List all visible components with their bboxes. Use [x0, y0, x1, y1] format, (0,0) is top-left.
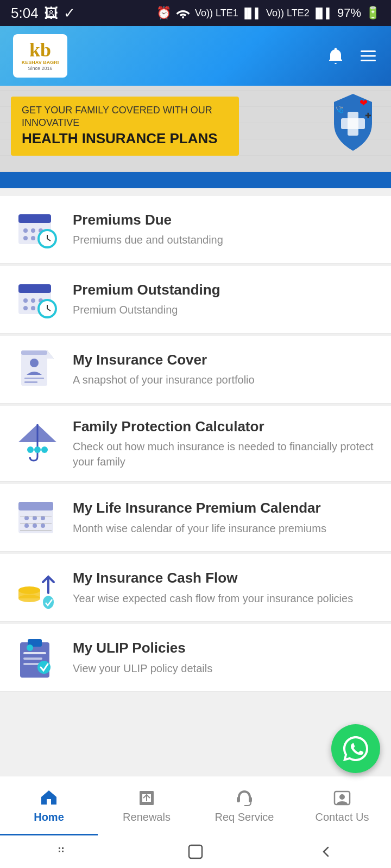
svg-point-44 — [24, 524, 29, 528]
insurance-cashflow-text: My Insurance Cash Flow Year wise expecte… — [73, 569, 378, 606]
nav-contact-us[interactable]: Contact Us — [293, 776, 391, 835]
ulip-policies-card[interactable]: My ULIP Policies View your ULIP policy d… — [0, 624, 391, 692]
svg-rect-64 — [237, 797, 240, 802]
promo-banner[interactable]: GET YOUR FAMILY COVERED WITH OUR INNOVAT… — [0, 86, 391, 188]
svg-rect-56 — [23, 658, 42, 660]
svg-point-33 — [30, 359, 39, 367]
svg-rect-71 — [62, 851, 64, 852]
svg-point-42 — [33, 516, 37, 520]
life-insurance-calendar-card[interactable]: My Life Insurance Premium Calendar Month… — [0, 484, 391, 552]
image-icon: 🖼 — [44, 5, 58, 22]
svg-rect-63 — [151, 791, 154, 805]
svg-point-14 — [23, 236, 28, 240]
whatsapp-fab[interactable] — [331, 724, 380, 773]
insurance-cashflow-desc: Year wise expected cash flow from your i… — [73, 591, 378, 606]
premiums-due-desc: Premiums due and outstanding — [73, 232, 378, 247]
premium-outstanding-title: Premium Outstanding — [73, 281, 378, 299]
nav-req-service[interactable]: Req Service — [195, 776, 293, 835]
svg-rect-68 — [59, 847, 60, 849]
svg-rect-49 — [20, 530, 52, 531]
premium-outstanding-card[interactable]: Premium Outstanding Premium Outstanding — [0, 266, 391, 334]
svg-rect-40 — [18, 502, 53, 510]
insurance-cover-title: My Insurance Cover — [73, 351, 378, 369]
premium-outstanding-text: Premium Outstanding Premium Outstanding — [73, 281, 378, 318]
svg-point-45 — [33, 524, 37, 528]
whatsapp-icon — [341, 734, 370, 763]
svg-point-46 — [41, 524, 45, 528]
insurance-cashflow-title: My Insurance Cash Flow — [73, 569, 378, 588]
logo-initials: kb — [29, 40, 51, 60]
app-header: kb KESHAV BAGRI Since 2016 — [0, 26, 391, 86]
svg-point-37 — [34, 446, 41, 453]
svg-point-38 — [41, 446, 48, 453]
family-protection-icon — [13, 422, 62, 465]
insurance-cover-card[interactable]: My Insurance Cover A snapshot of your in… — [0, 336, 391, 404]
svg-point-11 — [23, 228, 28, 233]
banner-image: ❤ ✚ 🩺 — [320, 91, 386, 156]
premiums-due-card[interactable]: Premiums Due Premiums due and outstandin… — [0, 196, 391, 264]
life-insurance-calendar-desc: Month wise calendar of your life insuran… — [73, 521, 378, 536]
logo[interactable]: kb KESHAV BAGRI Since 2016 — [13, 34, 67, 78]
ulip-policies-text: My ULIP Policies View your ULIP policy d… — [73, 639, 378, 676]
req-service-label: Req Service — [215, 811, 274, 824]
notification-bell-icon[interactable] — [326, 46, 345, 66]
home-icon — [39, 788, 59, 808]
insurance-cover-icon — [13, 348, 62, 391]
nav-renewals[interactable]: Renewals — [98, 776, 195, 835]
svg-point-43 — [41, 516, 45, 520]
svg-text:✚: ✚ — [365, 111, 371, 120]
system-nav-bar — [0, 835, 391, 868]
banner-text-box: GET YOUR FAMILY COVERED WITH OUR INNOVAT… — [11, 97, 239, 156]
svg-rect-2 — [361, 55, 376, 57]
life-insurance-calendar-icon — [13, 496, 62, 539]
time-display: 5:04 — [11, 5, 39, 22]
nav-home[interactable]: Home — [0, 776, 98, 835]
svg-rect-1 — [361, 50, 376, 52]
svg-rect-65 — [249, 797, 252, 802]
ulip-policies-icon — [13, 636, 62, 679]
premiums-due-icon — [13, 208, 62, 251]
svg-point-36 — [27, 446, 34, 453]
svg-rect-5 — [341, 118, 365, 129]
premiums-due-title: Premiums Due — [73, 211, 378, 229]
svg-point-52 — [18, 586, 40, 594]
home-system-icon[interactable] — [187, 843, 204, 860]
logo-company-name: KESHAV BAGRI Since 2016 — [22, 60, 59, 72]
svg-rect-48 — [20, 523, 52, 524]
recents-icon[interactable] — [56, 843, 74, 860]
check-icon: ✓ — [64, 5, 75, 22]
premium-outstanding-icon — [13, 278, 62, 321]
renewals-label: Renewals — [123, 811, 171, 824]
svg-rect-32 — [21, 350, 47, 355]
family-protection-title: Family Protection Calculator — [73, 418, 378, 436]
banner-big-text: HEALTH INSURANCE PLANS — [22, 130, 228, 148]
wifi-icon — [175, 8, 191, 18]
headset-icon — [235, 788, 254, 808]
svg-point-23 — [31, 298, 35, 303]
svg-point-0 — [182, 16, 184, 18]
family-protection-card[interactable]: Family Protection Calculator Check out h… — [0, 406, 391, 482]
signal2-icon: Vo)) LTE2 ▐▌▌ — [266, 8, 333, 19]
family-protection-text: Family Protection Calculator Check out h… — [73, 418, 378, 470]
insurance-cashflow-card[interactable]: My Insurance Cash Flow Year wise expecte… — [0, 554, 391, 622]
svg-point-59 — [37, 661, 51, 674]
svg-point-67 — [339, 794, 345, 800]
svg-rect-35 — [24, 381, 37, 383]
back-icon[interactable] — [317, 843, 335, 860]
svg-point-41 — [24, 516, 29, 520]
svg-rect-10 — [18, 214, 51, 223]
status-bar: 5:04 🖼 ✓ ⏰ Vo)) LTE1 ▐▌▌ Vo)) LTE2 ▐▌▌ 9… — [0, 0, 391, 26]
header-actions — [326, 46, 378, 66]
menu-icon[interactable] — [358, 46, 378, 66]
svg-point-15 — [31, 236, 35, 240]
svg-rect-47 — [20, 516, 52, 516]
svg-rect-69 — [62, 847, 64, 849]
svg-point-26 — [31, 306, 35, 310]
svg-rect-55 — [23, 652, 46, 654]
ulip-policies-desc: View your ULIP policy details — [73, 661, 378, 676]
home-label: Home — [34, 811, 64, 824]
banner-small-text: GET YOUR FAMILY COVERED WITH OUR INNOVAT… — [22, 104, 228, 130]
ulip-policies-title: My ULIP Policies — [73, 639, 378, 658]
svg-rect-34 — [24, 378, 44, 379]
contact-us-label: Contact Us — [316, 811, 369, 824]
